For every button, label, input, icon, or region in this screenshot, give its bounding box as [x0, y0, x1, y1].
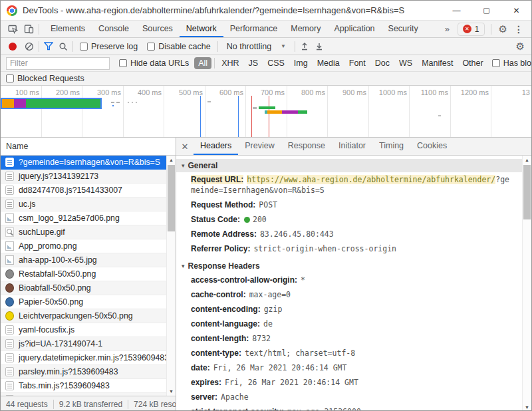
table-row[interactable]: App_promo.png	[1, 239, 176, 253]
request-list-scrollbar[interactable]: ▲▼	[166, 156, 176, 396]
tab-security[interactable]: Security	[382, 21, 425, 37]
table-row[interactable]: Bioabfall-50x50.png	[1, 281, 176, 295]
waterfall-bar[interactable]	[253, 107, 257, 109]
scrollbar-thumb[interactable]	[168, 165, 175, 231]
details-tab-preview[interactable]: Preview	[238, 138, 281, 155]
table-row[interactable]: Tabs.min.js?1539609483	[1, 379, 176, 393]
waterfall-bar[interactable]	[259, 106, 275, 109]
preserve-log-checkbox[interactable]: Preserve log	[80, 42, 138, 51]
details-tab-response[interactable]: Response	[281, 138, 332, 155]
waterfall-bar[interactable]	[111, 102, 114, 103]
minimize-button[interactable]: —	[442, 1, 471, 20]
tab-console[interactable]: Console	[92, 21, 136, 37]
filter-input[interactable]	[6, 57, 110, 70]
throttling-dropdown[interactable]: No throttling ▼	[227, 42, 286, 51]
device-toolbar-icon[interactable]	[21, 22, 37, 37]
import-har-icon[interactable]	[297, 39, 312, 54]
filter-funnel-icon[interactable]	[41, 39, 56, 54]
waterfall-bar[interactable]	[136, 102, 137, 103]
section-header[interactable]: ▾Response Headers	[176, 259, 522, 273]
inspect-element-icon[interactable]	[5, 22, 21, 37]
section-title: General	[188, 161, 218, 170]
export-har-icon[interactable]	[312, 39, 327, 54]
table-row[interactable]: js?id=UA-173149074-1	[1, 337, 176, 351]
filter-type-all[interactable]: All	[194, 57, 211, 69]
timeline-band[interactable]: 100 ms200 ms300 ms400 ms500 ms600 ms700 …	[1, 86, 531, 138]
filter-type-css[interactable]: CSS	[263, 57, 289, 69]
disable-cache-checkbox[interactable]: Disable cache	[147, 42, 211, 51]
table-row[interactable]: Papier-50x50.png	[1, 295, 176, 309]
table-row[interactable]: jquery.datetimepicker.min.js?1539609483	[1, 351, 176, 365]
table-row[interactable]: Formulare.min.js?1539609483	[1, 393, 176, 396]
table-row[interactable]: csm_logo_912a5e7d06.png	[1, 211, 176, 225]
settings-gear-icon[interactable]: ⚙	[493, 23, 513, 35]
tab-performance[interactable]: Performance	[223, 21, 285, 37]
table-row[interactable]: ?gemeinde=Isernhagen&von=R&bis=S	[1, 156, 176, 170]
table-row[interactable]: parsley.min.js?1539609483	[1, 365, 176, 379]
table-row[interactable]: yaml-focusfix.js	[1, 323, 176, 337]
tab-elements[interactable]: Elements	[44, 21, 92, 37]
waterfall-bar[interactable]	[116, 102, 120, 103]
table-row[interactable]: uc.js	[1, 198, 176, 211]
waterfall-bar[interactable]	[128, 102, 129, 103]
scrollbar-thumb[interactable]	[523, 165, 531, 219]
details-scrollbar[interactable]: ▲ ▼	[522, 156, 531, 411]
blocked-requests-checkbox[interactable]: Blocked Requests	[6, 74, 84, 83]
network-settings-gear-icon[interactable]: ⚙	[516, 41, 525, 53]
record-button[interactable]	[9, 43, 17, 51]
header-value-link[interactable]: https://www.aha-region.de/abholtermine/a…	[247, 175, 495, 184]
tab-memory[interactable]: Memory	[284, 21, 327, 37]
table-row[interactable]: dd82474708.js?1541433007	[1, 184, 176, 198]
hide-data-urls-checkbox[interactable]: Hide data URLs	[119, 59, 189, 68]
filter-type-media[interactable]: Media	[313, 57, 344, 69]
tab-network[interactable]: Network	[180, 21, 223, 37]
scroll-down-icon[interactable]: ▼	[167, 389, 176, 394]
tab-application[interactable]: Application	[327, 21, 381, 37]
timeline-gridline	[368, 86, 369, 137]
filter-type-xhr[interactable]: XHR	[217, 57, 243, 69]
section-header[interactable]: ▾General	[176, 159, 522, 172]
filter-type-manifest[interactable]: Manifest	[418, 57, 457, 69]
scroll-down-icon[interactable]: ▼	[523, 405, 531, 410]
name-column-header[interactable]: Name	[1, 138, 176, 156]
header-value: strict-origin-when-cross-origin	[253, 244, 396, 253]
clear-icon[interactable]	[22, 39, 37, 54]
filter-type-img[interactable]: Img	[290, 57, 312, 69]
table-row[interactable]: jquery.js?1341392173	[1, 170, 176, 184]
details-tab-headers[interactable]: Headers	[194, 138, 238, 155]
more-tabs-icon[interactable]: »	[437, 24, 458, 34]
search-icon[interactable]	[56, 39, 70, 54]
filter-type-js[interactable]: JS	[245, 57, 263, 69]
header-name: Status Code:	[191, 215, 240, 224]
table-row[interactable]: aha-app-100-x-65.jpg	[1, 253, 176, 267]
filter-type-other[interactable]: Other	[458, 57, 487, 69]
filter-type-doc[interactable]: Doc	[371, 57, 394, 69]
table-row[interactable]: suchLupe.gif	[1, 225, 176, 239]
details-tab-timing[interactable]: Timing	[372, 138, 410, 155]
scroll-up-icon[interactable]: ▲	[523, 158, 531, 162]
table-row[interactable]: Restabfall-50x50.png	[1, 267, 176, 281]
waterfall-bar[interactable]	[2, 99, 100, 108]
waterfall-bar[interactable]	[132, 102, 133, 103]
close-button[interactable]: ✕	[501, 1, 531, 20]
maximize-button[interactable]: ▢	[471, 1, 501, 20]
filter-type-ws[interactable]: WS	[395, 57, 416, 69]
timeline-tick-label: 700 ms	[247, 88, 285, 96]
filter-type-font[interactable]: Font	[345, 57, 370, 69]
menu-dots-icon[interactable]: ⋮	[513, 24, 529, 35]
tab-sources[interactable]: Sources	[136, 21, 180, 37]
waterfall-bar[interactable]	[265, 110, 307, 114]
has-blocked-cookies-checkbox[interactable]: Has blocked cookies	[492, 59, 532, 68]
scroll-up-icon[interactable]: ▲	[167, 158, 176, 162]
details-tab-cookies[interactable]: Cookies	[410, 138, 454, 155]
error-badge[interactable]: ✕ 1	[458, 23, 485, 36]
waterfall-bar[interactable]	[207, 101, 211, 102]
details-tab-initiator[interactable]: Initiator	[332, 138, 372, 155]
waterfall-bar[interactable]	[112, 105, 114, 106]
status-ok-icon	[244, 217, 250, 223]
table-row[interactable]: Leichtverpackungen-50x50.png	[1, 309, 176, 323]
request-name: csm_logo_912a5e7d06.png	[19, 213, 120, 223]
waterfall-bar[interactable]	[438, 115, 441, 116]
close-details-icon[interactable]: ✕	[176, 138, 194, 155]
script-icon	[5, 200, 14, 209]
